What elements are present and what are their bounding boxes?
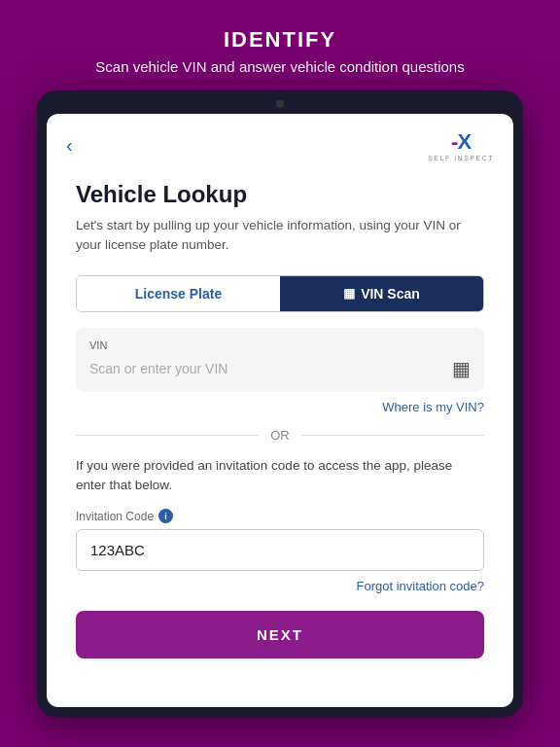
next-button[interactable]: NEXT bbox=[76, 611, 484, 658]
tab-license-plate[interactable]: License Plate bbox=[77, 276, 280, 311]
where-is-vin-link[interactable]: Where is my VIN? bbox=[76, 400, 484, 414]
page-subtitle: Scan vehicle VIN and answer vehicle cond… bbox=[19, 58, 541, 75]
page-title: IDENTIFY bbox=[19, 27, 541, 53]
logo-subtitle: SELF INSPECT bbox=[428, 155, 494, 161]
divider-right bbox=[301, 435, 484, 436]
or-divider: OR bbox=[76, 428, 484, 443]
invitation-code-label: Invitation Code bbox=[76, 510, 154, 523]
invitation-code-input[interactable] bbox=[76, 529, 484, 571]
barcode-icon: ▦ bbox=[343, 286, 355, 301]
invitation-description: If you were provided an invitation code … bbox=[76, 456, 484, 496]
or-text: OR bbox=[270, 428, 290, 443]
page-header: IDENTIFY Scan vehicle VIN and answer veh… bbox=[0, 0, 560, 90]
forgot-invitation-link[interactable]: Forgot invitation code? bbox=[76, 579, 484, 593]
info-icon[interactable]: i bbox=[158, 509, 173, 523]
tablet-screen: ‹ -X SELF INSPECT Vehicle Lookup Let's s… bbox=[47, 114, 513, 707]
scan-barcode-icon[interactable]: ▦ bbox=[452, 357, 471, 380]
back-button[interactable]: ‹ bbox=[66, 134, 73, 157]
logo-x: X bbox=[457, 129, 471, 154]
app-logo: -X SELF INSPECT bbox=[428, 129, 494, 161]
vin-input-row: Scan or enter your VIN ▦ bbox=[89, 357, 471, 380]
section-title: Vehicle Lookup bbox=[76, 181, 484, 208]
divider-left bbox=[76, 435, 259, 436]
vin-label: VIN bbox=[89, 339, 471, 351]
app-header: ‹ -X SELF INSPECT bbox=[47, 114, 513, 171]
tablet-camera bbox=[276, 100, 284, 108]
tab-vin-scan[interactable]: ▦ VIN Scan bbox=[280, 276, 483, 311]
main-content: Vehicle Lookup Let's start by pulling up… bbox=[47, 171, 513, 682]
vin-input[interactable]: Scan or enter your VIN bbox=[89, 361, 228, 376]
tab-container: License Plate ▦ VIN Scan bbox=[76, 275, 484, 312]
invitation-label-row: Invitation Code i bbox=[76, 509, 484, 523]
vin-field-section: VIN Scan or enter your VIN ▦ bbox=[76, 328, 484, 392]
section-description: Let's start by pulling up your vehicle i… bbox=[76, 216, 484, 256]
tablet-container: ‹ -X SELF INSPECT Vehicle Lookup Let's s… bbox=[37, 90, 523, 717]
